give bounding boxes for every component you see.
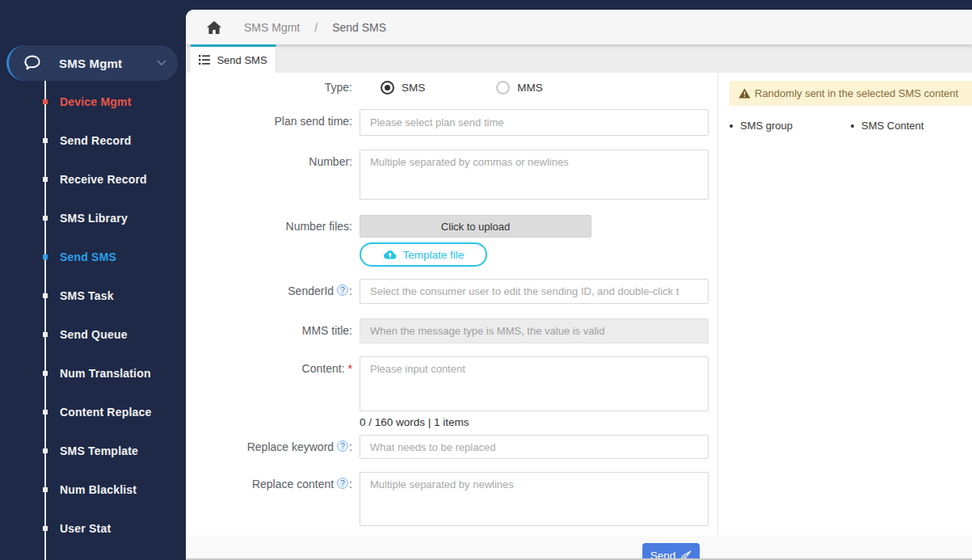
warning-text: Randomly sent in the selected SMS conten… [755,87,958,99]
bullet-icon [730,124,733,128]
bullet-icon [851,124,854,128]
main-panel: SMS Mgmt / Send SMS Send SMS Type: SMS [186,10,972,560]
home-icon[interactable] [207,20,221,35]
sidebar-item-label: Num Blacklist [60,483,137,496]
help-icon[interactable]: ? [337,440,348,452]
sidebar-item-label: SMS Template [60,444,138,457]
sender-id-row: SenderId?: [186,279,717,304]
breadcrumb: SMS Mgmt / Send SMS [186,10,972,44]
bullet-icon [43,255,48,259]
sidebar-item-send-sms[interactable]: Send SMS [0,238,186,276]
sidebar-item-label: SMS Library [60,212,128,225]
sidebar-item-label: SMS Task [60,289,114,302]
template-file-button[interactable]: Template file [360,242,487,267]
replace-content-textarea[interactable] [360,472,709,526]
sidebar-item-num-blacklist[interactable]: Num Blacklist [0,470,186,509]
sidebar-item-sms-library[interactable]: SMS Library [0,199,186,238]
send-sms-form: Type: SMS MMS Plan send time: [186,73,717,560]
required-asterisk: * [348,362,352,375]
sidebar: SMS Mgmt Device Mgmt Send Record Receive… [0,0,186,560]
replace-keyword-label: Replace keyword?: [186,435,360,460]
sidebar-item-label: Device Mgmt [60,95,132,108]
tab-label: Send SMS [217,54,267,66]
replace-keyword-input[interactable] [360,435,709,459]
sidebar-item-device-mgmt[interactable]: Device Mgmt [0,82,186,121]
radio-mms[interactable]: MMS [496,81,543,95]
number-files-label: Number files: [186,215,360,238]
sidebar-menu: Device Mgmt Send Record Receive Record S… [0,82,186,548]
bullet-icon [43,293,48,298]
sidebar-item-sms-task[interactable]: SMS Task [0,276,186,315]
radio-sms[interactable]: SMS [381,81,425,95]
number-label: Number: [186,149,360,175]
help-icon[interactable]: ? [337,284,348,296]
plan-send-time-row: Plan send time: [186,109,717,136]
warning-icon [738,88,751,99]
sender-id-label: SenderId?: [186,279,360,304]
sidebar-group-sms-mgmt[interactable]: SMS Mgmt [6,45,178,81]
radio-selected-icon [381,81,394,95]
sidebar-item-receive-record[interactable]: Receive Record [0,160,186,199]
sidebar-item-send-record[interactable]: Send Record [0,121,186,160]
side-item-label: SMS group [740,120,793,132]
sidebar-item-sms-template[interactable]: SMS Template [0,432,186,470]
sidebar-item-label: User Stat [60,522,111,535]
chevron-down-icon [157,60,166,66]
radio-label: SMS [402,82,425,94]
type-radio-group: SMS MMS [360,78,709,97]
number-files-row: Number files: Click to upload Template f… [186,215,717,267]
template-file-label: Template file [403,249,465,261]
help-icon[interactable]: ? [337,478,348,489]
breadcrumb-item-send-sms: Send SMS [332,21,386,34]
bullet-icon [43,177,48,182]
bullet-icon [43,371,48,376]
number-textarea[interactable] [360,149,709,200]
replace-content-row: Replace content?: [186,472,717,526]
mms-title-label: MMS title: [186,318,360,343]
breadcrumb-item-sms-mgmt[interactable]: SMS Mgmt [244,21,300,34]
plan-send-time-input[interactable] [360,109,709,136]
side-panel-list: SMS group SMS Content [730,120,972,132]
cloud-upload-icon [383,250,397,260]
bullet-icon [43,448,48,453]
type-label: Type: [186,78,360,97]
sidebar-item-num-translation[interactable]: Num Translation [0,354,186,393]
sender-id-input[interactable] [360,279,709,304]
sidebar-item-user-stat[interactable]: User Stat [0,509,186,548]
bullet-icon [43,526,48,531]
side-item-sms-content[interactable]: SMS Content [851,120,972,132]
sidebar-item-label: Send Queue [60,328,128,341]
send-button[interactable]: Send [642,543,700,560]
number-row: Number: [186,149,717,200]
side-item-label: SMS Content [861,120,924,132]
sidebar-item-send-queue[interactable]: Send Queue [0,315,186,354]
warning-banner: Randomly sent in the selected SMS conten… [730,81,972,106]
sidebar-item-label: Send Record [60,134,132,147]
sidebar-item-label: Num Translation [60,367,151,380]
radio-unselected-icon [496,81,510,95]
radio-label: MMS [517,82,543,94]
bullet-icon [43,410,48,415]
bullet-icon [43,99,48,104]
sidebar-item-label: Send SMS [60,251,116,263]
content-area: Type: SMS MMS Plan send time: [186,73,972,560]
sidebar-group-label: SMS Mgmt [59,57,122,70]
bullet-icon [43,216,48,221]
side-item-sms-group[interactable]: SMS group [730,120,851,132]
tab-send-sms[interactable]: Send SMS [191,44,276,73]
sidebar-item-label: Receive Record [60,173,147,186]
bullet-icon [43,138,48,143]
content-textarea[interactable] [360,356,709,411]
replace-keyword-row: Replace keyword?: [186,435,717,460]
sidebar-item-label: Content Replace [60,406,151,419]
tab-bar: Send SMS [186,44,972,73]
side-panel: Randomly sent in the selected SMS conten… [717,73,972,560]
mms-title-row: MMS title: [186,318,717,343]
sidebar-item-content-replace[interactable]: Content Replace [0,393,186,432]
word-counter: 0 / 160 words | 1 items [360,416,709,428]
bullet-icon [43,332,48,337]
upload-button[interactable]: Click to upload [360,215,591,238]
breadcrumb-separator: / [314,21,318,34]
list-icon [199,55,210,65]
type-row: Type: SMS MMS [186,78,717,97]
